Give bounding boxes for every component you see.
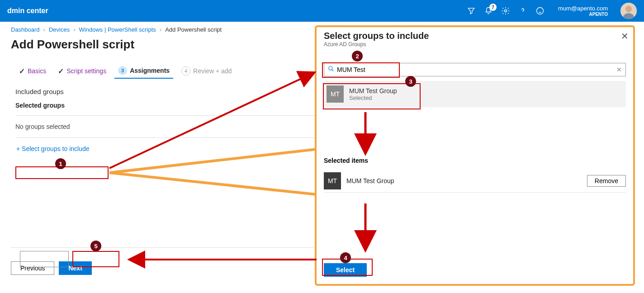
feedback-icon[interactable] [535, 6, 545, 15]
next-button[interactable]: Next [59, 261, 91, 275]
breadcrumb-current: Add Powershell script [165, 26, 222, 33]
group-avatar: MT [327, 85, 344, 103]
filter-icon[interactable] [467, 6, 476, 15]
check-icon: ✓ [19, 67, 25, 76]
flyout-title: Select groups to include [324, 31, 626, 41]
close-icon[interactable]: ✕ [621, 31, 629, 42]
group-avatar: MT [324, 172, 341, 189]
user-org: APENTO [589, 12, 608, 17]
breadcrumb-devices[interactable]: Devices [49, 26, 70, 33]
selected-items-heading: Selected items [324, 157, 626, 164]
svg-point-0 [504, 10, 507, 12]
divider [11, 247, 314, 248]
tab-assignments[interactable]: 3 Assignments [114, 63, 173, 79]
portal-title: dmin center [7, 7, 467, 15]
bell-icon[interactable]: 7 [484, 6, 493, 15]
select-groups-link[interactable]: + Select groups to include [15, 142, 90, 155]
chevron-icon: › [43, 26, 45, 33]
annotation-box [15, 166, 109, 179]
tab-basics[interactable]: ✓ Basics [15, 64, 50, 78]
svg-line-6 [332, 70, 334, 71]
selected-item-name: MUM Test Group [346, 177, 394, 184]
step-number: 3 [118, 66, 127, 75]
previous-button[interactable]: Previous [11, 261, 54, 275]
selected-item-row: MT MUM Test Group Remove [324, 170, 626, 193]
user-block[interactable]: mum@apento.com APENTO [558, 5, 608, 17]
search-input-wrapper[interactable]: ✕ [324, 63, 626, 76]
gear-icon[interactable] [501, 6, 510, 15]
check-icon: ✓ [58, 67, 64, 76]
annotation-marker: 1 [55, 158, 66, 169]
svg-point-3 [625, 6, 632, 12]
breadcrumb-dashboard[interactable]: Dashboard [11, 26, 40, 33]
search-input[interactable] [334, 66, 616, 73]
flyout-subtitle: Azure AD Groups [324, 41, 626, 47]
tab-review: 4 Review + add [178, 64, 235, 78]
remove-button[interactable]: Remove [587, 175, 626, 187]
topbar-icon-group: 7 mum@apento.com APENTO [467, 3, 637, 19]
avatar[interactable] [620, 3, 637, 19]
svg-point-1 [536, 8, 543, 14]
select-button[interactable]: Select [324, 263, 367, 277]
result-status: Selected [349, 95, 397, 101]
svg-line-12 [109, 173, 317, 194]
top-bar: dmin center 7 mum@apento.com APENTO [0, 0, 644, 22]
step-number: 4 [181, 66, 190, 76]
breadcrumb-scripts[interactable]: Windows | PowerShell scripts [79, 26, 156, 33]
chevron-icon: › [160, 26, 161, 33]
tab-script-settings[interactable]: ✓ Script settings [54, 64, 110, 78]
svg-point-5 [329, 66, 332, 70]
annotation-marker: 5 [90, 241, 101, 251]
search-icon [328, 66, 334, 74]
notification-badge: 7 [489, 4, 497, 11]
select-groups-flyout: ✕ Select groups to include Azure AD Grou… [315, 25, 635, 286]
result-name: MUM Test Group [349, 87, 397, 95]
user-email: mum@apento.com [558, 5, 608, 12]
search-result-row[interactable]: MT MUM Test Group Selected [324, 81, 626, 107]
clear-icon[interactable]: ✕ [616, 66, 622, 73]
chevron-icon: › [73, 26, 75, 33]
wizard-footer: Previous Next [11, 261, 92, 275]
help-icon[interactable] [518, 6, 527, 15]
